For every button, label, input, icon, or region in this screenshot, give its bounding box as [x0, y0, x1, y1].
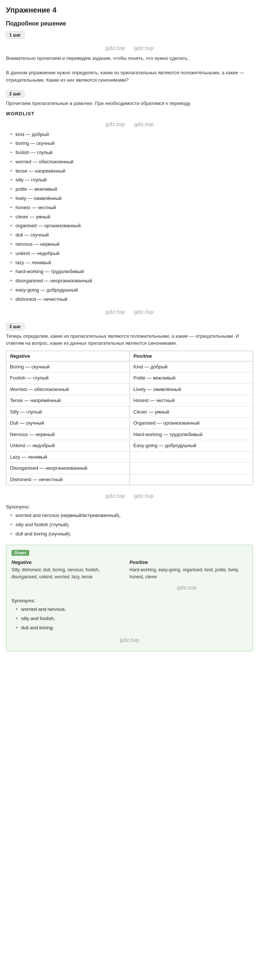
watermark-10: gdz.top: [120, 637, 139, 643]
adjectives-table: Negative Positive Boring — скучныйKind —…: [6, 351, 253, 485]
word-item: hard-working — трудолюбивый: [10, 268, 253, 276]
step-1-text: Внимательно прочитаем и переведём задани…: [6, 55, 253, 84]
answer-synonym-item: silly and foolish,: [16, 615, 248, 623]
step-2-text: Прочитаем прилагательные в рамочке. При …: [6, 100, 253, 107]
table-col2-header: Positive: [130, 351, 253, 361]
table-row: Disorganised — неорганизованный: [6, 463, 253, 474]
word-item: honest — честный: [10, 204, 253, 212]
answer-col1-title: Negative: [11, 560, 126, 565]
table-cell-negative: Dishonest — нечестный: [6, 474, 130, 485]
table-row: Boring — скучныйKind — добрый: [6, 361, 253, 373]
step-2-badge: 2 шаг: [6, 90, 24, 97]
answer-table: Negative Silly, dishonest, dull, boring,…: [11, 560, 248, 594]
synonym-item: silly and foolish (глупый),: [10, 521, 253, 529]
table-row: Silly — глупыйClever — умный: [6, 406, 253, 418]
word-item: lazy — ленивый: [10, 259, 253, 267]
table-row: Tense — напряжённыйHonest — честный: [6, 395, 253, 406]
table-cell-positive: Lively — оживлённый: [130, 384, 253, 395]
word-item: nervous — нервный: [10, 240, 253, 248]
watermark-9: gdz.top: [177, 584, 197, 590]
word-item: organised — организованный: [10, 222, 253, 230]
answer-label: Ответ: [11, 550, 29, 556]
watermark-1: gdz.top: [106, 45, 125, 51]
answer-synonyms-list: worried and nervous,silly and foolish,du…: [11, 606, 248, 632]
answer-synonym-item: worried and nervous,: [16, 606, 248, 613]
answer-col1: Negative Silly, dishonest, dull, boring,…: [11, 560, 130, 594]
synonym-item: dull and boring (скучный).: [10, 530, 253, 538]
table-cell-negative: Unkind — недобрый: [6, 440, 130, 451]
table-row: Dull — скучныйOrganised — организованный: [6, 418, 253, 429]
table-cell-positive: [130, 463, 253, 474]
watermark-2: gdz.top: [134, 45, 153, 51]
table-cell-negative: Silly — глупый: [6, 406, 130, 418]
table-col1-header: Negative: [6, 351, 130, 361]
word-item: worried — обеспокоенный: [10, 158, 253, 166]
synonyms-title: Synonyms:: [6, 504, 253, 509]
table-cell-negative: Boring — скучный: [6, 361, 130, 372]
word-list: kind — добрыйboring — скучныйfoolish — г…: [6, 131, 253, 303]
table-cell-negative: Nervous — нервный: [6, 429, 130, 440]
synonyms-section: Synonyms: worried and nervous (нервный/в…: [6, 504, 253, 538]
synonym-item: worried and nervous (нервный/встревоженн…: [10, 512, 253, 520]
watermark-3: gdz.top: [106, 121, 125, 127]
word-item: clever — умный: [10, 213, 253, 221]
answer-box: Ответ Negative Silly, dishonest, dull, b…: [6, 545, 253, 652]
synonyms-list: worried and nervous (нервный/встревоженн…: [6, 512, 253, 538]
word-item: boring — скучный: [10, 140, 253, 148]
step-2-block: 2 шаг Прочитаем прилагательные в рамочке…: [6, 90, 253, 316]
table-row: Nervous — нервныйHard-working — трудолюб…: [6, 429, 253, 441]
table-cell-negative: Dull — скучный: [6, 418, 130, 429]
word-item: dishonest — нечестный: [10, 296, 253, 303]
table-cell-positive: Polite — вежливый: [130, 372, 253, 383]
step-1-badge: 1 шаг: [6, 32, 24, 39]
step-3-block: 3 шаг Теперь определим, какие из прилага…: [6, 323, 253, 538]
watermark-4: gdz.top: [134, 121, 153, 127]
page-title: Упражнение 4: [6, 6, 253, 14]
word-item: silly — глупый: [10, 176, 253, 184]
answer-col2-text: Hard-working, easy-going, organised, kin…: [130, 566, 244, 581]
word-item: polite — вежливый: [10, 186, 253, 193]
word-item: dull — скучный: [10, 231, 253, 239]
table-row: Foolish — глупыйPolite — вежливый: [6, 372, 253, 384]
table-cell-positive: Clever — умный: [130, 406, 253, 418]
table-row: Worried — обеспокоенныйLively — оживлённ…: [6, 384, 253, 395]
watermark-6: gdz.top: [134, 309, 153, 315]
table-cell-positive: Honest — честный: [130, 395, 253, 406]
table-cell-negative: Disorganised — неорганизованный: [6, 463, 130, 474]
table-cell-negative: Lazy — ленивый: [6, 452, 130, 463]
table-header-row: Negative Positive: [6, 351, 253, 361]
table-cell-positive: Easy-going — добродушный: [130, 440, 253, 451]
table-row: Unkind — недобрыйEasy-going — добродушны…: [6, 440, 253, 452]
answer-synonyms-title: Synonyms:: [11, 598, 248, 603]
answer-col1-text: Silly, dishonest, dull, boring, nervous,…: [11, 566, 126, 581]
table-cell-negative: Worried — обеспокоенный: [6, 384, 130, 395]
watermark-7: gdz.top: [106, 493, 125, 499]
word-item: unkind — недобрый: [10, 250, 253, 258]
table-cell-negative: Foolish — глупый: [6, 372, 130, 383]
solution-title: Подробное решение: [6, 20, 253, 27]
table-cell-positive: [130, 474, 253, 485]
answer-col2-title: Positive: [130, 560, 244, 565]
table-cell-positive: Kind — добрый: [130, 361, 253, 372]
word-item: disorganised — неорганизованный: [10, 277, 253, 285]
table-cell-positive: Hard-working — трудолюбивый: [130, 429, 253, 440]
wordlist-title: WORDLIST: [6, 111, 253, 116]
word-item: easy-going — добродушный: [10, 286, 253, 294]
watermark-5: gdz.top: [106, 309, 125, 315]
table-row: Dishonest — нечестный: [6, 474, 253, 485]
table-cell-positive: Organised — организованный: [130, 418, 253, 429]
table-row: Lazy — ленивый: [6, 452, 253, 463]
word-item: kind — добрый: [10, 131, 253, 138]
word-item: foolish — глупый: [10, 149, 253, 157]
step-3-badge: 3 шаг: [6, 323, 24, 330]
answer-synonym-item: dull and boring.: [16, 624, 248, 632]
answer-col2: Positive Hard-working, easy-going, organ…: [130, 560, 248, 594]
step-1-block: 1 шаг gdz.top gdz.top Внимательно прочит…: [6, 32, 253, 84]
word-item: lively — оживлённый: [10, 195, 253, 202]
table-cell-negative: Tense — напряжённый: [6, 395, 130, 406]
table-cell-positive: [130, 452, 253, 463]
word-item: tense — напряжённый: [10, 167, 253, 175]
watermark-8: gdz.top: [134, 493, 153, 499]
step-3-text: Теперь определим, какие из прилагательны…: [6, 332, 253, 347]
